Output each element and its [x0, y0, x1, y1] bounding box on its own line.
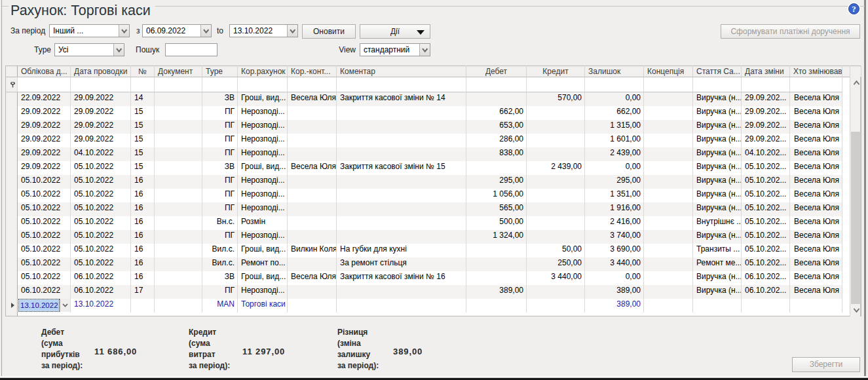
svg-text:?: ? [852, 4, 856, 14]
